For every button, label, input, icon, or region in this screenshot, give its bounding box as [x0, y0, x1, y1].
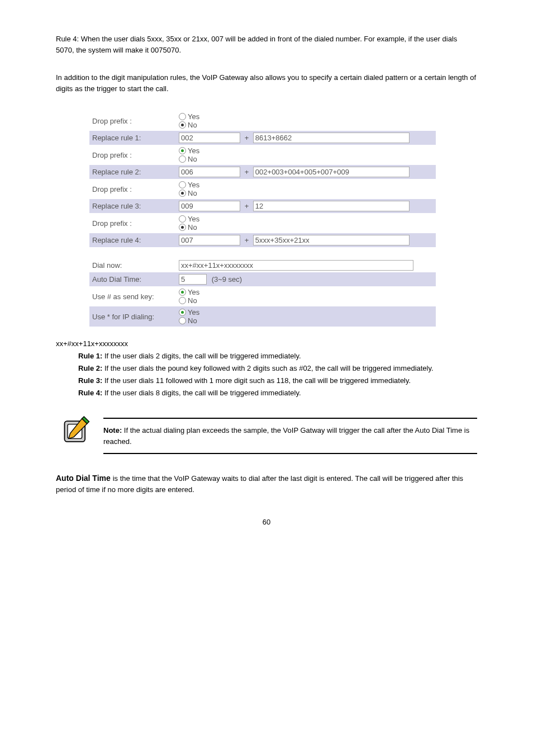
- auto-dial-paragraph: Auto Dial Time is the time that the VoIP…: [56, 472, 477, 495]
- dial-now-input[interactable]: [179, 260, 413, 271]
- use-hash-send-key-yes[interactable]: Yes: [179, 288, 425, 296]
- dial-now-label: Dial now:: [89, 258, 176, 272]
- drop-prefix-4-no[interactable]: No: [179, 223, 425, 231]
- drop-prefix-1-yes[interactable]: Yes: [179, 112, 425, 121]
- plus-separator: +: [242, 236, 251, 244]
- rule-1: Rule 1: If the user dials 2 digits, the …: [78, 350, 477, 362]
- drop-prefix-3-label: Drop prefix :: [89, 179, 176, 199]
- auto-dial-time-label: Auto Dial Time:: [89, 272, 176, 286]
- dial-rules-table: Drop prefix : Yes No Replace rule 1: + D…: [89, 111, 436, 247]
- replace-rule-3-input-b[interactable]: [253, 201, 410, 211]
- drop-prefix-3-yes[interactable]: Yes: [179, 181, 425, 189]
- rule-2: Rule 2: If the user dials the pound key …: [78, 362, 477, 375]
- drop-prefix-2-label: Drop prefix :: [89, 145, 176, 165]
- drop-prefix-1-no[interactable]: No: [179, 121, 425, 129]
- use-star-ip-dialing-no[interactable]: No: [179, 316, 425, 325]
- replace-rule-4-input-a[interactable]: [179, 235, 240, 245]
- use-hash-send-key-no[interactable]: No: [179, 296, 425, 305]
- replace-rule-3-input-a[interactable]: [179, 201, 240, 211]
- replace-rule-2-input-a[interactable]: [179, 167, 240, 177]
- plus-separator: +: [242, 202, 251, 210]
- note-block: Note: If the actual dialing plan exceeds…: [61, 416, 477, 456]
- dial-now-pattern: xx+#xx+11x+xxxxxxxx: [56, 338, 477, 350]
- explanation-1: Rule 4: When the user dials 5xxx, 35xx o…: [56, 34, 477, 55]
- drop-prefix-2-no[interactable]: No: [179, 155, 425, 163]
- use-hash-send-key-label: Use # as send key:: [89, 286, 176, 306]
- replace-rule-3-label: Replace rule 3:: [89, 199, 176, 213]
- replace-rule-4-input-b[interactable]: [253, 235, 410, 245]
- replace-rule-2-input-b[interactable]: [253, 167, 410, 177]
- replace-rule-2-label: Replace rule 2:: [89, 165, 176, 179]
- drop-prefix-4-label: Drop prefix :: [89, 213, 176, 233]
- drop-prefix-2-yes[interactable]: Yes: [179, 147, 425, 155]
- explanation-2: In addition to the digit manipulation ru…: [56, 72, 477, 94]
- use-star-ip-dialing-yes[interactable]: Yes: [179, 308, 425, 316]
- pencil-note-icon: [61, 416, 92, 447]
- drop-prefix-1-label: Drop prefix :: [89, 111, 176, 131]
- drop-prefix-4-yes[interactable]: Yes: [179, 215, 425, 223]
- auto-dial-time-input[interactable]: [179, 274, 207, 285]
- replace-rule-1-input-a[interactable]: [179, 133, 240, 143]
- auto-dial-time-hint: (3~9 sec): [212, 275, 242, 284]
- replace-rule-1-label: Replace rule 1:: [89, 131, 176, 145]
- plus-separator: +: [242, 168, 251, 176]
- dial-options-table: Dial now: Auto Dial Time: (3~9 sec) Use …: [89, 258, 436, 327]
- drop-prefix-3-no[interactable]: No: [179, 189, 425, 197]
- replace-rule-1-input-b[interactable]: [253, 133, 410, 143]
- replace-rule-4-label: Replace rule 4:: [89, 233, 176, 247]
- rule-4: Rule 4: If the user dials 8 digits, the …: [78, 387, 477, 399]
- page-number: 60: [56, 518, 477, 526]
- plus-separator: +: [242, 134, 251, 142]
- note-text: Note: If the actual dialing plan exceeds…: [103, 420, 477, 451]
- use-star-ip-dialing-label: Use * for IP dialing:: [89, 306, 176, 327]
- rule-3: Rule 3: If the user dials 11 followed wi…: [78, 375, 477, 387]
